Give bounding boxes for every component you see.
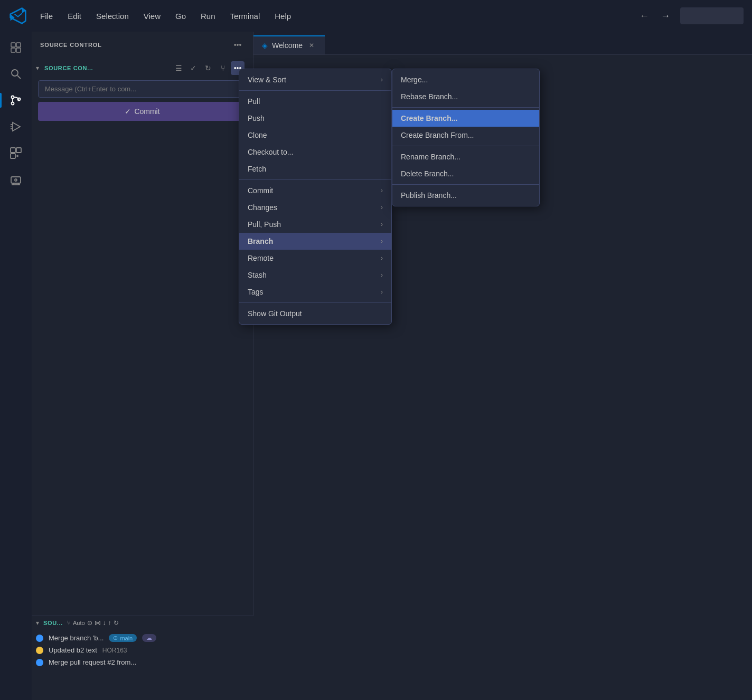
bottom-panel-title: SOU... (43, 620, 63, 626)
submenu-merge-label: Merge... (401, 75, 428, 84)
welcome-tab-label: Welcome (272, 41, 303, 50)
forward-button[interactable]: → (657, 7, 674, 24)
svg-point-7 (12, 102, 14, 105)
tab-close-button[interactable]: ✕ (307, 41, 316, 50)
menu-view-sort[interactable]: View & Sort › (239, 71, 391, 88)
commit-button-label: Commit (134, 107, 159, 116)
submenu-publish-branch[interactable]: Publish Branch... (392, 187, 539, 204)
sidebar-header: SOURCE CONTROL ••• (32, 32, 253, 58)
bottom-git-panel: ▾ SOU... ⑂ Auto ⊙ ⋈ ↓ ↑ ↻ Merge branch '… (32, 616, 253, 700)
sc-refresh-button[interactable]: ↻ (201, 61, 215, 75)
svg-rect-15 (16, 148, 21, 153)
svg-point-21 (15, 179, 17, 181)
menu-checkout[interactable]: Checkout to... (239, 144, 391, 160)
menu-go[interactable]: Go (169, 8, 192, 24)
chevron-right-icon: › (381, 76, 383, 83)
menu-edit[interactable]: Edit (61, 8, 88, 24)
sc-branch-button[interactable]: ⑂ (216, 61, 230, 75)
svg-rect-16 (11, 154, 15, 158)
menu-fetch[interactable]: Fetch (239, 160, 391, 177)
menu-clone-label: Clone (248, 131, 267, 139)
chevron-right-icon-5: › (381, 238, 383, 245)
app-logo (8, 6, 27, 25)
sc-checkmark-button[interactable]: ✓ (186, 61, 200, 75)
menu-remote[interactable]: Remote › (239, 250, 391, 267)
search-activity-icon[interactable] (4, 62, 27, 86)
menu-push[interactable]: Push (239, 110, 391, 127)
chevron-right-icon-7: › (381, 271, 383, 279)
explorer-activity-icon[interactable] (4, 36, 27, 59)
tab-bar: ◈ Welcome ✕ (253, 32, 752, 55)
submenu-rename-branch-label: Rename Branch... (401, 153, 460, 161)
extensions-activity-icon[interactable] (4, 141, 27, 165)
git-row-3: Merge pull request #2 from... (36, 656, 249, 668)
submenu-create-branch[interactable]: Create Branch... (392, 110, 539, 127)
main-badge-label: main (120, 635, 133, 641)
menu-show-git-output[interactable]: Show Git Output (239, 305, 391, 322)
back-button[interactable]: ← (636, 7, 653, 24)
submenu-create-branch-from[interactable]: Create Branch From... (392, 127, 539, 144)
menu-branch[interactable]: Branch › (239, 233, 391, 250)
menu-run[interactable]: Run (194, 8, 222, 24)
sc-list-view-button[interactable]: ☰ (172, 61, 185, 75)
remote-activity-icon[interactable] (4, 168, 27, 191)
activitybar (0, 32, 32, 700)
submenu-rebase-label: Rebase Branch... (401, 92, 458, 101)
sc-section-header[interactable]: ▾ SOURCE CON... ☰ ✓ ↻ ⑂ ••• (32, 58, 253, 78)
sidebar-title: SOURCE CONTROL (40, 42, 102, 48)
menu-file[interactable]: File (34, 8, 59, 24)
nav-controls: ← → (636, 7, 674, 24)
commit-message-input[interactable] (38, 80, 247, 98)
menu-pull-push[interactable]: Pull, Push › (239, 216, 391, 233)
menu-selection[interactable]: Selection (90, 8, 135, 24)
svg-point-4 (12, 70, 18, 76)
chevron-right-icon-2: › (381, 187, 383, 194)
menu-pull-push-label: Pull, Push (248, 220, 281, 229)
menu-tags[interactable]: Tags › (239, 283, 391, 300)
submenu-rename-branch[interactable]: Rename Branch... (392, 148, 539, 165)
chevron-right-icon-8: › (381, 288, 383, 296)
more-actions-button[interactable]: ••• (231, 38, 245, 52)
titlebar-search[interactable] (680, 7, 744, 24)
titlebar: File Edit Selection View Go Run Terminal… (0, 0, 752, 32)
git-branch-icon: ⑂ (67, 619, 71, 627)
submenu-merge[interactable]: Merge... (392, 71, 539, 88)
menu-pull-label: Pull (248, 97, 260, 106)
main-context-menu: View & Sort › Pull Push Clone Checkout t… (239, 69, 392, 325)
commit-button[interactable]: ✓ Commit (38, 102, 247, 121)
submenu-divider-3 (392, 184, 539, 185)
sidebar-actions: ••• (231, 38, 245, 52)
chevron-right-icon-4: › (381, 221, 383, 228)
message-input-wrap (38, 80, 247, 98)
refresh-icon-bottom: ↻ (114, 619, 119, 627)
sc-section-title: SOURCE CON... (44, 65, 167, 71)
submenu-rebase[interactable]: Rebase Branch... (392, 88, 539, 105)
menu-view[interactable]: View (137, 8, 167, 24)
bottom-panel-header: ▾ SOU... ⑂ Auto ⊙ ⋈ ↓ ↑ ↻ (32, 616, 253, 630)
svg-rect-1 (16, 43, 21, 47)
chevron-right-icon-3: › (381, 204, 383, 211)
run-debug-activity-icon[interactable] (4, 115, 27, 138)
menu-pull[interactable]: Pull (239, 93, 391, 110)
source-control-activity-icon[interactable] (4, 89, 27, 112)
menu-commit[interactable]: Commit › (239, 182, 391, 199)
submenu-publish-branch-label: Publish Branch... (401, 191, 457, 200)
submenu-delete-branch[interactable]: Delete Branch... (392, 165, 539, 182)
submenu-create-branch-from-label: Create Branch From... (401, 131, 474, 139)
svg-rect-14 (11, 148, 15, 153)
menu-help[interactable]: Help (268, 8, 297, 24)
menu-fetch-label: Fetch (248, 165, 266, 173)
svg-point-6 (12, 96, 14, 99)
menu-terminal[interactable]: Terminal (224, 8, 267, 24)
submenu-divider-1 (392, 107, 539, 108)
menu-changes-label: Changes (248, 203, 277, 212)
git-dot-3 (36, 659, 43, 666)
menu-clone[interactable]: Clone (239, 127, 391, 144)
menu-commit-label: Commit (248, 186, 273, 195)
menu-changes[interactable]: Changes › (239, 199, 391, 216)
welcome-tab[interactable]: ◈ Welcome ✕ (253, 35, 325, 54)
menu-show-git-output-label: Show Git Output (248, 309, 302, 318)
menu-stash[interactable]: Stash › (239, 267, 391, 283)
menu-divider-1 (239, 90, 391, 91)
menu-divider-3 (239, 302, 391, 303)
